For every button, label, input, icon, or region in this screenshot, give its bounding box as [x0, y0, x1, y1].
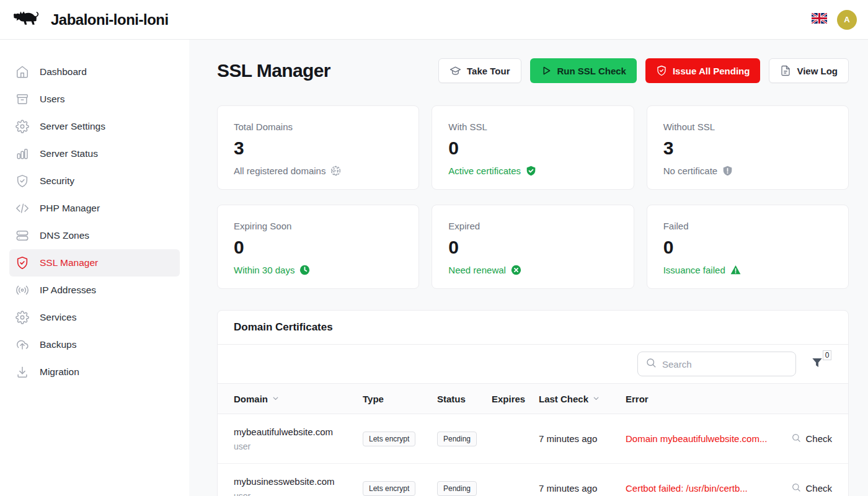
sidebar-item-backups[interactable]: Backups	[9, 331, 180, 358]
sidebar-item-label: Services	[40, 312, 76, 323]
shield-check-icon	[656, 65, 667, 76]
gear-icon	[16, 311, 29, 324]
status-badge: Pending	[437, 481, 477, 496]
search-input[interactable]	[662, 359, 788, 370]
uk-flag-icon[interactable]	[812, 13, 827, 26]
take-tour-button[interactable]: Take Tour	[438, 58, 521, 83]
sidebar-item-dashboard[interactable]: Dashboard	[9, 58, 180, 86]
chevron-down-icon	[272, 394, 280, 404]
sidebar-item-label: IP Addresses	[40, 285, 96, 296]
stat-sublabel: Need renewal	[448, 265, 506, 275]
sidebar-item-label: DNS Zones	[40, 230, 89, 241]
type-badge: Lets encrypt	[363, 481, 415, 496]
shield-check-icon	[16, 174, 29, 188]
stat-label: With SSL	[448, 122, 617, 132]
domain-owner: user	[234, 491, 363, 496]
stat-sublabel: All registered domains	[234, 166, 326, 176]
check-button[interactable]: Check	[791, 482, 832, 494]
play-icon	[541, 65, 552, 76]
sidebar-item-server-settings[interactable]: Server Settings	[9, 113, 180, 140]
filter-count-badge: 0	[823, 350, 831, 360]
error-cell: Certbot failed: /usr/bin/certb...	[626, 483, 775, 494]
search-icon	[645, 357, 657, 371]
domain-owner: user	[234, 441, 363, 451]
bar-chart-icon	[16, 147, 29, 161]
stat-value: 0	[663, 237, 832, 258]
sidebar-item-dns-zones[interactable]: DNS Zones	[9, 222, 180, 249]
column-header-error: Error	[626, 394, 775, 404]
topbar: Jabaloni-loni-loni A	[0, 0, 868, 40]
chevron-down-icon	[592, 394, 600, 404]
globe-icon	[330, 166, 341, 176]
sidebar-item-label: PHP Manager	[40, 203, 100, 214]
stat-label: Expiring Soon	[234, 221, 402, 231]
triangle-warning-icon	[730, 265, 741, 275]
error-cell: Domain mybeautifulwebsite.com...	[626, 433, 775, 444]
issue-all-pending-button[interactable]: Issue All Pending	[645, 58, 760, 83]
stat-value: 0	[448, 237, 617, 258]
stat-label: Expired	[448, 221, 617, 231]
stat-sublabel: Within 30 days	[234, 265, 294, 275]
stat-card-expiring-soon: Expiring Soon 0 Within 30 days	[217, 205, 419, 289]
graduation-cap-icon	[450, 65, 461, 77]
domain-name: mybeautifulwebsite.com	[234, 427, 363, 437]
stats-grid: Total Domains 3 All registered domains W…	[217, 105, 849, 289]
filter-button[interactable]: 0	[811, 356, 823, 371]
boar-logo-icon	[11, 9, 40, 30]
clock-icon	[299, 265, 310, 275]
sidebar-item-label: Security	[40, 175, 74, 187]
document-icon	[780, 65, 791, 76]
user-avatar[interactable]: A	[837, 10, 857, 30]
column-header-domain[interactable]: Domain	[234, 394, 363, 404]
stat-value: 0	[448, 138, 617, 159]
sidebar-item-users[interactable]: Users	[9, 86, 180, 113]
archive-icon	[16, 92, 29, 106]
sidebar-item-migration[interactable]: Migration	[9, 358, 180, 386]
last-check-cell: 7 minutes ago	[539, 433, 626, 444]
column-header-last-check[interactable]: Last Check	[539, 394, 626, 404]
sidebar-item-label: Backups	[40, 339, 76, 350]
sidebar-item-ip-addresses[interactable]: IP Addresses	[9, 277, 180, 304]
code-icon	[16, 202, 29, 215]
view-log-button[interactable]: View Log	[769, 58, 849, 83]
stat-value: 0	[234, 237, 402, 258]
table-header-row: Domain Type Status Expires Last Check	[218, 384, 848, 414]
status-badge: Pending	[437, 432, 477, 446]
shield-check-icon	[16, 256, 29, 270]
table-row: mybeautifulwebsite.com user Lets encrypt…	[218, 414, 848, 464]
sidebar-item-server-status[interactable]: Server Status	[9, 140, 180, 167]
download-icon	[16, 365, 29, 379]
stat-sublabel: Issuance failed	[663, 265, 725, 275]
gear-icon	[16, 120, 29, 133]
sidebar-item-php-manager[interactable]: PHP Manager	[9, 195, 180, 222]
stat-card-with-ssl: With SSL 0 Active certificates	[432, 105, 634, 190]
app-title: Jabaloni-loni-loni	[51, 11, 169, 29]
cloud-upload-icon	[16, 338, 29, 352]
sidebar-item-label: Migration	[40, 366, 79, 378]
domain-certificates-card: Domain Certificates 0 Domain	[217, 310, 849, 496]
search-input-wrapper	[637, 352, 796, 376]
domain-cell: mybeautifulwebsite.com user	[234, 427, 363, 451]
check-button[interactable]: Check	[791, 433, 832, 445]
stat-label: Failed	[663, 221, 832, 231]
search-icon	[791, 482, 801, 494]
type-badge: Lets encrypt	[363, 432, 415, 446]
shield-check-icon	[526, 166, 536, 176]
last-check-cell: 7 minutes ago	[539, 483, 626, 494]
funnel-icon	[811, 360, 823, 371]
sidebar-item-ssl-manager[interactable]: SSL Manager	[9, 249, 180, 277]
sidebar-item-label: SSL Manager	[40, 257, 98, 268]
sidebar-item-label: Server Status	[40, 148, 98, 159]
domain-cell: mybusinesswebsite.com user	[234, 476, 363, 496]
stat-value: 3	[663, 138, 832, 159]
sidebar-item-services[interactable]: Services	[9, 304, 180, 331]
stat-label: Without SSL	[663, 122, 832, 132]
domain-name: mybusinesswebsite.com	[234, 476, 363, 487]
sidebar-item-security[interactable]: Security	[9, 167, 180, 195]
run-ssl-check-button[interactable]: Run SSL Check	[530, 58, 637, 83]
brand[interactable]: Jabaloni-loni-loni	[11, 9, 169, 30]
stat-sublabel: No certificate	[663, 166, 718, 176]
stat-card-without-ssl: Without SSL 3 No certificate	[647, 105, 849, 190]
stat-value: 3	[234, 138, 402, 159]
table-row: mybusinesswebsite.com user Lets encrypt …	[218, 464, 848, 496]
